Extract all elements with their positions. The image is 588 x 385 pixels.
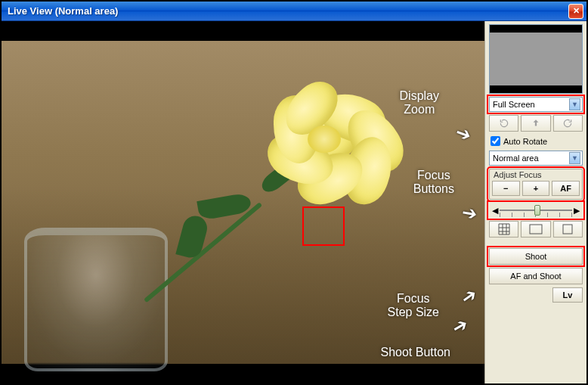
adjust-focus-legend: Adjust Focus <box>492 170 543 179</box>
rotate-ccw-icon <box>499 118 509 129</box>
upload-button[interactable] <box>521 115 550 132</box>
zoom-select[interactable]: Full Screen ▼ <box>489 97 583 112</box>
close-icon: ✕ <box>573 6 580 16</box>
grid-icon <box>498 223 510 235</box>
window-title: Live View (Normal area) <box>5 5 568 17</box>
side-panel: Full Screen ▼ Auto Rotate Normal area ▼ … <box>484 21 586 383</box>
rect-square-icon <box>562 224 573 234</box>
slider-right-button[interactable]: ▶ <box>572 204 581 216</box>
svg-rect-0 <box>530 225 542 234</box>
rotate-cw-button[interactable] <box>553 115 583 132</box>
crop-square-button[interactable] <box>553 221 583 238</box>
slider-thumb[interactable] <box>534 205 540 216</box>
shoot-button[interactable]: Shoot <box>489 248 583 265</box>
focus-plus-button[interactable]: + <box>522 181 550 196</box>
slider-left-button[interactable]: ◀ <box>491 204 500 216</box>
focus-area-box[interactable] <box>302 206 345 246</box>
lv-label: Lv <box>563 290 573 300</box>
focus-step-slider[interactable]: ◀ ▶ <box>489 203 583 218</box>
focus-minus-button[interactable]: − <box>492 181 520 196</box>
area-select-value: Normal area <box>493 154 569 163</box>
crop-landscape-button[interactable] <box>521 221 550 238</box>
titlebar: Live View (Normal area) ✕ <box>2 2 586 21</box>
triangle-right-icon: ▶ <box>574 206 580 216</box>
shoot-label: Shoot <box>525 252 547 261</box>
triangle-left-icon: ◀ <box>492 206 498 216</box>
svg-rect-1 <box>563 225 572 234</box>
lv-button[interactable]: Lv <box>552 287 583 303</box>
af-and-shoot-label: AF and Shoot <box>510 272 561 281</box>
auto-rotate-checkbox[interactable]: Auto Rotate <box>489 135 583 147</box>
minus-icon: − <box>503 184 508 193</box>
af-button[interactable]: AF <box>552 181 580 196</box>
area-select[interactable]: Normal area ▼ <box>489 151 583 166</box>
rect-landscape-icon <box>529 224 543 234</box>
zoom-select-value: Full Screen <box>493 100 569 109</box>
chevron-down-icon: ▼ <box>569 152 580 164</box>
slider-track[interactable] <box>500 205 572 216</box>
auto-rotate-input[interactable] <box>491 136 500 146</box>
close-button[interactable]: ✕ <box>568 4 583 19</box>
rotate-ccw-button[interactable] <box>489 115 518 132</box>
af-label: AF <box>560 184 571 193</box>
rotate-cw-icon <box>562 118 573 129</box>
preview-image <box>2 41 484 364</box>
up-arrow-icon <box>531 118 541 129</box>
histogram-thumb <box>489 24 583 94</box>
plus-icon: + <box>534 184 538 193</box>
chevron-down-icon: ▼ <box>569 98 580 110</box>
adjust-focus-group: Adjust Focus − + AF <box>489 169 583 200</box>
af-and-shoot-button[interactable]: AF and Shoot <box>489 268 583 284</box>
grid-button[interactable] <box>489 221 518 238</box>
live-view-preview[interactable]: Display Zoom Focus Buttons Focus Step Si… <box>2 21 484 383</box>
auto-rotate-label: Auto Rotate <box>503 137 547 146</box>
